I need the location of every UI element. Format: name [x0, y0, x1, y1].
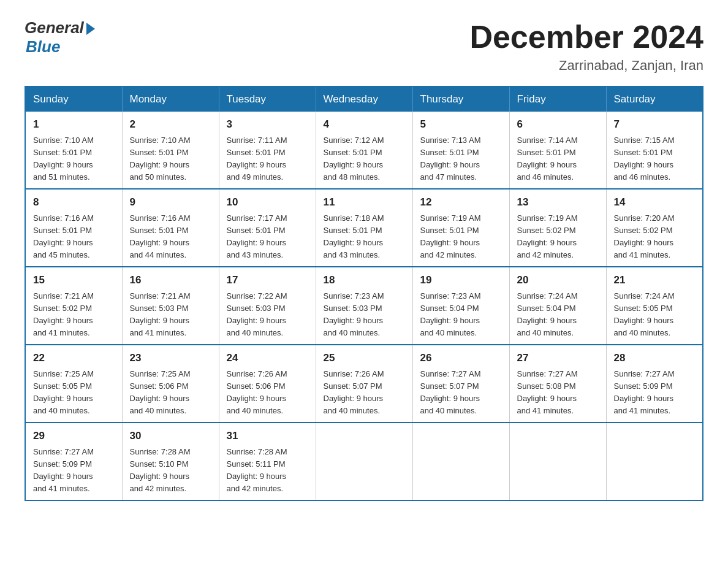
- day-cell-9: 9 Sunrise: 7:16 AMSunset: 5:01 PMDayligh…: [122, 189, 219, 267]
- calendar-table: SundayMondayTuesdayWednesdayThursdayFrid…: [25, 86, 703, 501]
- weekday-header-saturday: Saturday: [606, 86, 703, 112]
- page-header: General Blue December 2024 Zarrinabad, Z…: [25, 18, 703, 74]
- day-info: Sunrise: 7:18 AMSunset: 5:01 PMDaylight:…: [324, 213, 384, 259]
- day-number: 4: [324, 117, 405, 132]
- day-cell-25: 25 Sunrise: 7:26 AMSunset: 5:07 PMDaylig…: [316, 345, 412, 423]
- day-number: 18: [324, 272, 405, 288]
- day-cell-5: 5 Sunrise: 7:13 AMSunset: 5:01 PMDayligh…: [412, 112, 509, 189]
- day-info: Sunrise: 7:19 AMSunset: 5:01 PMDaylight:…: [420, 213, 481, 259]
- week-row-2: 8 Sunrise: 7:16 AMSunset: 5:01 PMDayligh…: [25, 189, 703, 267]
- day-cell-2: 2 Sunrise: 7:10 AMSunset: 5:01 PMDayligh…: [122, 112, 219, 189]
- day-info: Sunrise: 7:19 AMSunset: 5:02 PMDaylight:…: [517, 213, 578, 259]
- day-number: 5: [420, 117, 502, 132]
- day-cell-29: 29 Sunrise: 7:27 AMSunset: 5:09 PMDaylig…: [25, 423, 122, 500]
- day-info: Sunrise: 7:20 AMSunset: 5:02 PMDaylight:…: [614, 213, 675, 259]
- empty-cell-4-4: [412, 423, 509, 500]
- day-cell-31: 31 Sunrise: 7:28 AMSunset: 5:11 PMDaylig…: [219, 423, 316, 500]
- day-number: 11: [324, 194, 405, 210]
- day-info: Sunrise: 7:22 AMSunset: 5:03 PMDaylight:…: [227, 291, 287, 337]
- day-number: 7: [614, 117, 696, 132]
- day-info: Sunrise: 7:25 AMSunset: 5:06 PMDaylight:…: [130, 369, 191, 415]
- day-info: Sunrise: 7:28 AMSunset: 5:11 PMDaylight:…: [227, 447, 287, 493]
- day-cell-1: 1 Sunrise: 7:10 AMSunset: 5:01 PMDayligh…: [25, 112, 122, 189]
- weekday-header-thursday: Thursday: [412, 86, 509, 112]
- day-number: 15: [33, 272, 115, 288]
- day-cell-16: 16 Sunrise: 7:21 AMSunset: 5:03 PMDaylig…: [122, 267, 219, 345]
- location-title: Zarrinabad, Zanjan, Iran: [469, 58, 703, 74]
- weekday-header-friday: Friday: [509, 86, 606, 112]
- day-info: Sunrise: 7:16 AMSunset: 5:01 PMDaylight:…: [130, 213, 191, 259]
- day-info: Sunrise: 7:13 AMSunset: 5:01 PMDaylight:…: [420, 136, 481, 182]
- day-cell-6: 6 Sunrise: 7:14 AMSunset: 5:01 PMDayligh…: [509, 112, 606, 189]
- day-info: Sunrise: 7:25 AMSunset: 5:05 PMDaylight:…: [33, 369, 94, 415]
- day-info: Sunrise: 7:10 AMSunset: 5:01 PMDaylight:…: [130, 136, 191, 182]
- day-info: Sunrise: 7:28 AMSunset: 5:10 PMDaylight:…: [130, 447, 191, 493]
- day-number: 13: [517, 194, 599, 210]
- day-cell-11: 11 Sunrise: 7:18 AMSunset: 5:01 PMDaylig…: [316, 189, 412, 267]
- day-cell-8: 8 Sunrise: 7:16 AMSunset: 5:01 PMDayligh…: [25, 189, 122, 267]
- day-info: Sunrise: 7:21 AMSunset: 5:03 PMDaylight:…: [130, 291, 191, 337]
- day-number: 23: [130, 350, 211, 366]
- day-info: Sunrise: 7:15 AMSunset: 5:01 PMDaylight:…: [614, 136, 675, 182]
- day-number: 14: [614, 194, 696, 210]
- day-number: 31: [227, 428, 308, 444]
- day-info: Sunrise: 7:27 AMSunset: 5:09 PMDaylight:…: [33, 447, 94, 493]
- day-cell-15: 15 Sunrise: 7:21 AMSunset: 5:02 PMDaylig…: [25, 267, 122, 345]
- logo-arrow-icon: [86, 23, 95, 35]
- day-info: Sunrise: 7:21 AMSunset: 5:02 PMDaylight:…: [33, 291, 94, 337]
- weekday-header-monday: Monday: [122, 86, 219, 112]
- day-cell-22: 22 Sunrise: 7:25 AMSunset: 5:05 PMDaylig…: [25, 345, 122, 423]
- day-info: Sunrise: 7:24 AMSunset: 5:04 PMDaylight:…: [517, 291, 578, 337]
- day-number: 20: [517, 272, 599, 288]
- day-number: 22: [33, 350, 115, 366]
- day-number: 10: [227, 194, 308, 210]
- weekday-header-row: SundayMondayTuesdayWednesdayThursdayFrid…: [25, 86, 703, 112]
- day-cell-7: 7 Sunrise: 7:15 AMSunset: 5:01 PMDayligh…: [606, 112, 703, 189]
- day-number: 3: [227, 117, 308, 132]
- day-cell-13: 13 Sunrise: 7:19 AMSunset: 5:02 PMDaylig…: [509, 189, 606, 267]
- empty-cell-4-3: [316, 423, 412, 500]
- day-cell-27: 27 Sunrise: 7:27 AMSunset: 5:08 PMDaylig…: [509, 345, 606, 423]
- logo-general-text: General: [25, 18, 84, 37]
- day-number: 9: [130, 194, 211, 210]
- day-cell-17: 17 Sunrise: 7:22 AMSunset: 5:03 PMDaylig…: [219, 267, 316, 345]
- day-info: Sunrise: 7:12 AMSunset: 5:01 PMDaylight:…: [324, 136, 384, 182]
- day-cell-4: 4 Sunrise: 7:12 AMSunset: 5:01 PMDayligh…: [316, 112, 412, 189]
- week-row-1: 1 Sunrise: 7:10 AMSunset: 5:01 PMDayligh…: [25, 112, 703, 189]
- day-info: Sunrise: 7:26 AMSunset: 5:06 PMDaylight:…: [227, 369, 287, 415]
- day-cell-18: 18 Sunrise: 7:23 AMSunset: 5:03 PMDaylig…: [316, 267, 412, 345]
- day-number: 30: [130, 428, 211, 444]
- day-cell-3: 3 Sunrise: 7:11 AMSunset: 5:01 PMDayligh…: [219, 112, 316, 189]
- day-info: Sunrise: 7:10 AMSunset: 5:01 PMDaylight:…: [33, 136, 94, 182]
- empty-cell-4-6: [606, 423, 703, 500]
- day-number: 2: [130, 117, 211, 132]
- day-number: 1: [33, 117, 115, 132]
- week-row-4: 22 Sunrise: 7:25 AMSunset: 5:05 PMDaylig…: [25, 345, 703, 423]
- day-cell-26: 26 Sunrise: 7:27 AMSunset: 5:07 PMDaylig…: [412, 345, 509, 423]
- day-cell-28: 28 Sunrise: 7:27 AMSunset: 5:09 PMDaylig…: [606, 345, 703, 423]
- day-info: Sunrise: 7:27 AMSunset: 5:09 PMDaylight:…: [614, 369, 675, 415]
- day-cell-24: 24 Sunrise: 7:26 AMSunset: 5:06 PMDaylig…: [219, 345, 316, 423]
- week-row-3: 15 Sunrise: 7:21 AMSunset: 5:02 PMDaylig…: [25, 267, 703, 345]
- day-number: 8: [33, 194, 115, 210]
- day-info: Sunrise: 7:24 AMSunset: 5:05 PMDaylight:…: [614, 291, 675, 337]
- day-number: 6: [517, 117, 599, 132]
- day-info: Sunrise: 7:14 AMSunset: 5:01 PMDaylight:…: [517, 136, 578, 182]
- logo: General Blue: [25, 18, 95, 56]
- day-number: 29: [33, 428, 115, 444]
- logo-blue-text: Blue: [26, 37, 60, 56]
- week-row-5: 29 Sunrise: 7:27 AMSunset: 5:09 PMDaylig…: [25, 423, 703, 500]
- day-info: Sunrise: 7:26 AMSunset: 5:07 PMDaylight:…: [324, 369, 384, 415]
- day-number: 19: [420, 272, 502, 288]
- day-number: 28: [614, 350, 696, 366]
- day-number: 21: [614, 272, 696, 288]
- day-cell-19: 19 Sunrise: 7:23 AMSunset: 5:04 PMDaylig…: [412, 267, 509, 345]
- day-cell-23: 23 Sunrise: 7:25 AMSunset: 5:06 PMDaylig…: [122, 345, 219, 423]
- day-info: Sunrise: 7:16 AMSunset: 5:01 PMDaylight:…: [33, 213, 94, 259]
- day-info: Sunrise: 7:23 AMSunset: 5:03 PMDaylight:…: [324, 291, 384, 337]
- title-section: December 2024 Zarrinabad, Zanjan, Iran: [469, 18, 703, 74]
- day-info: Sunrise: 7:23 AMSunset: 5:04 PMDaylight:…: [420, 291, 481, 337]
- day-number: 26: [420, 350, 502, 366]
- day-number: 24: [227, 350, 308, 366]
- month-title: December 2024: [469, 18, 703, 55]
